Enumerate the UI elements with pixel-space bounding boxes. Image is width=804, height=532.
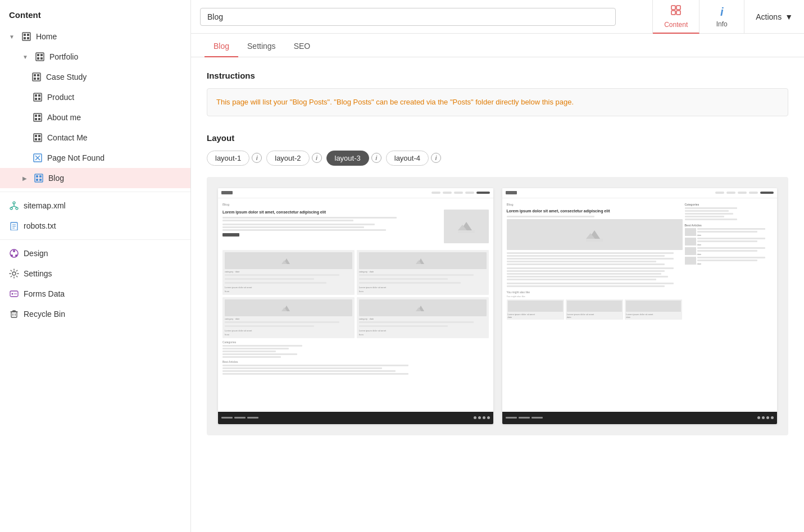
preview-hero-title-left: Lorem ipsum dolor sit amet, consectetur … — [222, 210, 440, 215]
svg-rect-9 — [40, 57, 43, 60]
svg-point-51 — [13, 250, 15, 252]
sidebar-item-case-study[interactable]: Case Study — [0, 67, 190, 87]
svg-rect-24 — [38, 118, 40, 120]
svg-rect-16 — [35, 94, 37, 97]
sidebar-item-recycle-bin[interactable]: Recycle Bin — [0, 304, 190, 324]
sidebar-item-about-me[interactable]: About me — [0, 107, 190, 128]
sidebar-item-product-label: Product — [47, 93, 74, 102]
sidebar-item-page-not-found[interactable]: Page Not Found — [0, 148, 190, 168]
sidebar-item-blog-label: Blog — [48, 174, 64, 183]
layout-options: layout-1 i layout-2 i layout-3 i — [207, 151, 788, 166]
svg-rect-37 — [39, 179, 42, 181]
preview-post-label-2: Lorem ipsum dolor sit amet — [359, 286, 487, 289]
forms-data-icon — [9, 289, 19, 299]
preview-post-3: category · date Lorem ipsum dolor sit am… — [222, 297, 355, 338]
sidebar-item-design[interactable]: Design — [0, 243, 190, 263]
svg-rect-23 — [35, 118, 37, 120]
sidebar-item-about-me-label: About me — [47, 113, 81, 122]
preview-you-might-also-like: You might also like — [507, 290, 683, 294]
layout-1-button[interactable]: layout-1 — [207, 151, 249, 166]
actions-button[interactable]: Actions ▼ — [744, 0, 804, 34]
svg-rect-2 — [27, 34, 29, 36]
layout-3-info-icon[interactable]: i — [371, 153, 381, 163]
svg-rect-7 — [40, 54, 43, 56]
layout-preview: Blog Lorem ipsum dolor sit amet, consect… — [207, 177, 788, 435]
tab-seo[interactable]: SEO — [285, 34, 320, 57]
svg-point-39 — [10, 207, 12, 210]
preview-card-right: Blog Lorem ipsum dolor sit amet, consect… — [502, 188, 778, 424]
layout-2-info-icon[interactable]: i — [312, 153, 322, 163]
sidebar-item-forms-data[interactable]: Forms Data — [0, 284, 190, 304]
preview-post-date-1: category · date — [225, 270, 352, 273]
sidebar-item-sitemap[interactable]: sitemap.xml — [0, 195, 190, 216]
instructions-text: This page will list your "Blog Posts". "… — [216, 98, 574, 106]
sidebar-item-home-label: Home — [36, 32, 57, 41]
preview-post-img-2 — [359, 252, 487, 269]
sidebar-header: Content — [0, 0, 190, 26]
svg-rect-77 — [416, 311, 429, 313]
content-label: Content — [664, 21, 688, 29]
preview-sidebar-col: Categories Best Articles — [685, 203, 773, 407]
sidebar-item-blog[interactable]: ▶ Blog — [0, 168, 190, 188]
svg-rect-6 — [37, 54, 39, 56]
page-title-area — [191, 8, 652, 26]
tab-blog[interactable]: Blog — [205, 34, 238, 57]
toolbar: Content i Info Actions ▼ — [191, 0, 804, 34]
page-name-input[interactable] — [200, 8, 616, 26]
svg-point-38 — [13, 202, 15, 204]
preview-post-img-4 — [359, 299, 487, 316]
sidebar-item-portfolio-label: Portfolio — [49, 52, 78, 61]
content-body: Instructions This page will list your "B… — [191, 57, 804, 449]
home-icon — [21, 31, 31, 42]
layout-3-button[interactable]: layout-3 — [326, 151, 369, 166]
product-icon — [33, 92, 43, 102]
svg-point-50 — [15, 254, 17, 257]
layout-4-info-icon[interactable]: i — [431, 153, 441, 163]
preview-post-label-1: Lorem ipsum dolor sit amet — [225, 286, 352, 289]
content-tab-button[interactable]: Content — [653, 0, 699, 34]
sidebar-item-design-label: Design — [24, 249, 48, 258]
svg-rect-74 — [281, 311, 295, 313]
svg-line-43 — [14, 206, 17, 207]
layout-option-1: layout-1 i — [207, 151, 262, 166]
layout-2-button[interactable]: layout-2 — [266, 151, 309, 166]
svg-rect-61 — [671, 11, 675, 15]
sidebar-item-product[interactable]: Product — [0, 87, 190, 107]
preview-post-date-2: category · date — [359, 270, 487, 273]
instructions-box: This page will list your "Blog Posts". "… — [207, 88, 788, 116]
svg-rect-3 — [24, 37, 26, 39]
preview-main-col: Blog Lorem ipsum dolor sit amet, consect… — [507, 203, 683, 407]
svg-rect-8 — [37, 57, 39, 60]
sidebar-item-forms-data-label: Forms Data — [24, 289, 65, 298]
svg-rect-18 — [35, 98, 37, 100]
instructions-section: Instructions This page will list your "B… — [207, 71, 788, 116]
about-me-icon — [33, 112, 43, 122]
tab-settings[interactable]: Settings — [238, 34, 285, 57]
layout-4-button[interactable]: layout-4 — [386, 151, 429, 166]
svg-rect-4 — [27, 37, 29, 39]
layout-section: Layout layout-1 i layout-2 i layout-3 — [207, 133, 788, 435]
portfolio-icon — [35, 52, 45, 62]
svg-point-40 — [16, 207, 18, 210]
actions-chevron-icon: ▼ — [785, 12, 793, 21]
sidebar-item-contact-me-label: Contact Me — [47, 133, 88, 142]
sidebar-item-settings[interactable]: Settings — [0, 263, 190, 284]
svg-rect-65 — [458, 230, 475, 233]
sidebar-item-contact-me[interactable]: Contact Me — [0, 128, 190, 148]
sidebar-item-home[interactable]: ▼ Home — [0, 26, 190, 47]
svg-rect-36 — [36, 179, 38, 181]
layout-1-info-icon[interactable]: i — [252, 153, 262, 163]
tabs-bar: Blog Settings SEO — [191, 34, 804, 57]
content-area: Blog Settings SEO Instructions This page… — [191, 34, 804, 532]
main-content: Content i Info Actions ▼ Blog Settings S… — [191, 0, 804, 532]
sidebar-item-portfolio[interactable]: ▼ Portfolio — [0, 47, 190, 67]
info-tab-button[interactable]: i Info — [699, 0, 744, 34]
svg-rect-1 — [24, 34, 26, 36]
sidebar-item-case-study-label: Case Study — [46, 72, 87, 81]
sidebar-item-settings-label: Settings — [24, 269, 52, 278]
preview-hero-title-right: Lorem ipsum dolor sit amet, consectetur … — [507, 208, 683, 213]
sidebar-item-robots[interactable]: robots.txt — [0, 216, 190, 236]
actions-label: Actions — [756, 12, 782, 21]
preview-footer-right — [502, 412, 778, 424]
robots-icon — [9, 221, 19, 231]
